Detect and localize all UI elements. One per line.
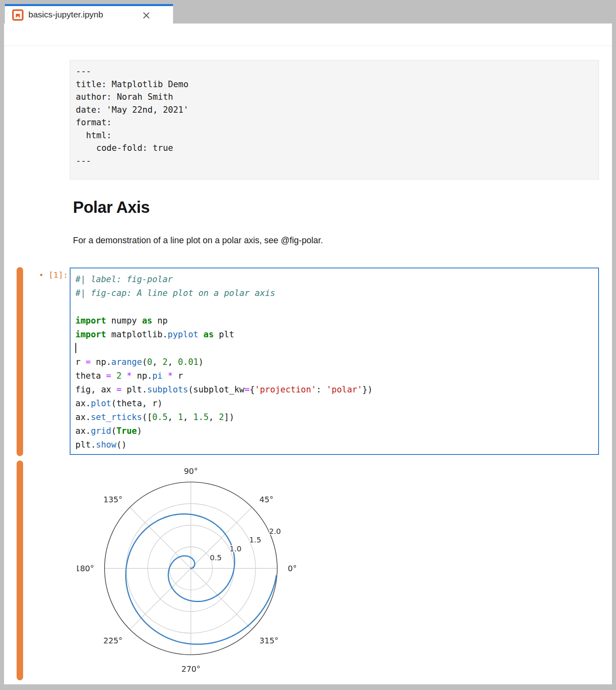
raw-line: --- [76,65,593,78]
notebook-toolbar: Code Python 3 (ipykernel) [4,24,612,46]
code-line: fig, ax = plt.subplots(subplot_kw={'proj… [75,383,593,396]
input-collapser-bar[interactable] [17,267,23,456]
code-line: theta = 2 * np.pi * r [75,369,593,383]
section-heading: Polar Axis [73,198,150,216]
code-line: plt.show() [75,438,593,452]
svg-text:135°: 135° [103,495,122,504]
svg-text:1.5: 1.5 [249,536,261,544]
code-line: import numpy as np [75,314,593,328]
raw-frontmatter-cell[interactable]: --- title: Matplotlib Demo author: Norah… [70,60,599,180]
raw-line: title: Matplotlib Demo [76,78,593,91]
raw-line: code-fold: true [76,142,593,155]
svg-text:315°: 315° [259,636,278,645]
notebook-file-icon [12,9,24,21]
raw-line: date: 'May 22nd, 2021' [76,104,593,117]
output-collapser-bar[interactable] [17,461,23,680]
svg-text:90°: 90° [184,467,198,476]
code-line [75,300,593,314]
raw-line: author: Norah Smith [76,91,593,104]
svg-text:1.0: 1.0 [229,544,241,553]
svg-text:45°: 45° [259,495,274,504]
code-line: r = np.arange(0, 2, 0.01) [75,355,593,369]
svg-text:180°: 180° [77,564,94,573]
raw-line: --- [76,155,593,168]
markdown-paragraph: For a demonstration of a line plot on a … [73,236,323,246]
raw-line: format: [76,116,593,129]
code-line: ax.grid(True) [75,424,593,438]
code-line [75,341,593,355]
text-cursor [75,343,76,353]
polar-plot-figure: 0.51.01.52.00°45°90°135°180°225°270°315° [77,456,308,683]
svg-text:225°: 225° [103,636,122,645]
code-line: #| label: fig-polar [75,272,593,286]
code-line: ax.set_rticks([0.5, 1, 1.5, 2]) [75,410,593,424]
code-line: ax.plot(theta, r) [75,396,593,410]
notebook-content: --- title: Matplotlib Demo author: Norah… [4,46,612,684]
code-line: #| fig-cap: A line plot on a polar axis [75,286,593,300]
code-line: import matplotlib.pyplot as plt [75,328,593,341]
svg-text:0°: 0° [288,564,297,573]
svg-text:0.5: 0.5 [210,553,222,562]
jupyterlab-window: basics-jupyter.ipynb [0,0,616,690]
execution-prompt: • [1]: [29,270,68,280]
close-tab-icon[interactable] [141,10,152,21]
svg-text:270°: 270° [182,664,201,674]
code-cell-editor[interactable]: #| label: fig-polar#| fig-cap: A line pl… [70,268,599,455]
svg-text:2.0: 2.0 [269,527,281,536]
raw-line: html: [76,129,593,142]
tab-title: basics-jupyter.ipynb [28,10,103,19]
notebook-tab[interactable]: basics-jupyter.ipynb [5,4,173,24]
